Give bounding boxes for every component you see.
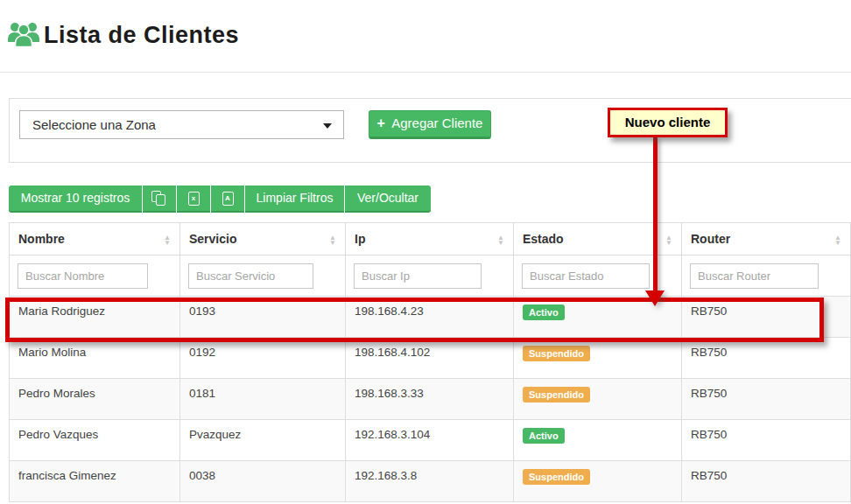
cell-nombre: Pedro Vazques — [10, 420, 180, 461]
status-badge: Activo — [523, 304, 565, 320]
cell-nombre: Maria Rodriguez — [10, 297, 180, 338]
search-servicio-input[interactable] — [188, 263, 313, 289]
users-group-icon — [7, 19, 40, 47]
clear-filters-button[interactable]: Limpiar Filtros — [245, 186, 344, 213]
dropdown-caret-icon — [323, 123, 332, 129]
excel-icon: x — [188, 192, 200, 206]
cell-router: RB750 — [682, 379, 851, 420]
cell-estado: Suspendido — [514, 461, 682, 502]
cell-servicio: 0192 — [180, 338, 346, 379]
table-row: Maria Rodriguez 0193 198.168.4.23 Activo… — [10, 297, 851, 338]
clients-page: Lista de Clientes Seleccione una Zona + … — [0, 0, 851, 504]
cell-servicio: 0038 — [180, 461, 346, 502]
sort-icon — [834, 235, 841, 246]
toggle-columns-button[interactable]: Ver/Ocultar — [345, 186, 431, 213]
status-badge: Activo — [523, 428, 565, 444]
plus-icon: + — [377, 116, 385, 130]
show-records-button[interactable]: Mostrar 10 registros — [9, 186, 142, 213]
sort-icon — [665, 235, 672, 246]
search-nombre-input[interactable] — [18, 263, 148, 289]
cell-ip: 198.168.4.23 — [346, 297, 514, 338]
cell-ip: 198.168.3.33 — [346, 379, 514, 420]
search-ip-input[interactable] — [354, 263, 482, 289]
table-header-row: Nombre Servicio Ip Estado Router — [10, 223, 851, 256]
cell-servicio: Pvazquez — [180, 420, 346, 461]
pdf-export-button[interactable]: A — [211, 186, 244, 213]
callout-arrow-stem — [653, 136, 658, 290]
cell-estado: Suspendido — [514, 338, 682, 379]
copy-button[interactable] — [143, 186, 176, 213]
table-row: francisca Gimenez 0038 192.168.3.8 Suspe… — [10, 461, 851, 502]
clients-table: Nombre Servicio Ip Estado Router Maria R… — [9, 222, 851, 502]
column-header-nombre[interactable]: Nombre — [10, 223, 180, 256]
status-badge: Suspendido — [523, 387, 590, 402]
zone-select-value: Seleccione una Zona — [32, 117, 156, 132]
table-row: Pedro Morales 0181 198.168.3.33 Suspendi… — [10, 379, 851, 420]
cell-router: RB750 — [682, 338, 851, 379]
column-header-ip[interactable]: Ip — [346, 223, 514, 256]
cell-ip: 192.168.3.104 — [346, 420, 514, 461]
cell-ip: 198.168.4.102 — [346, 338, 514, 379]
cell-nombre: Mario Molina — [10, 338, 180, 379]
column-header-router[interactable]: Router — [682, 223, 851, 256]
copy-icon — [151, 191, 167, 206]
cell-ip: 192.168.3.8 — [346, 461, 514, 502]
sort-icon — [329, 235, 336, 246]
excel-export-button[interactable]: x — [177, 186, 210, 213]
search-router-input[interactable] — [690, 263, 819, 289]
table-filter-row — [10, 256, 851, 297]
cell-router: RB750 — [682, 297, 851, 338]
cell-nombre: francisca Gimenez — [10, 461, 180, 502]
cell-estado: Suspendido — [514, 379, 682, 420]
add-client-label: Agregar Cliente — [391, 116, 482, 130]
add-client-button[interactable]: + Agregar Cliente — [369, 110, 491, 139]
sort-icon — [497, 235, 504, 246]
table-toolbar: Mostrar 10 registros x A Limpiar Filtros… — [9, 186, 431, 213]
new-client-callout: Nuevo cliente — [608, 108, 728, 137]
status-badge: Suspendido — [523, 346, 590, 361]
column-header-servicio[interactable]: Servicio — [180, 223, 346, 256]
cell-servicio: 0181 — [180, 379, 346, 420]
header-divider — [0, 72, 851, 73]
table-row: Pedro Vazques Pvazquez 192.168.3.104 Act… — [10, 420, 851, 461]
zone-select[interactable]: Seleccione una Zona — [19, 110, 344, 139]
search-estado-input[interactable] — [522, 263, 650, 289]
sort-icon — [164, 235, 171, 246]
cell-nombre: Pedro Morales — [10, 379, 180, 420]
cell-router: RB750 — [682, 461, 851, 502]
pdf-icon: A — [222, 192, 234, 206]
cell-estado: Activo — [514, 420, 682, 461]
cell-servicio: 0193 — [180, 297, 346, 338]
cell-router: RB750 — [682, 420, 851, 461]
table-row: Mario Molina 0192 198.168.4.102 Suspendi… — [10, 338, 851, 379]
status-badge: Suspendido — [523, 469, 590, 485]
callout-arrow-head-icon — [645, 290, 665, 306]
page-title: Lista de Clientes — [44, 22, 239, 49]
